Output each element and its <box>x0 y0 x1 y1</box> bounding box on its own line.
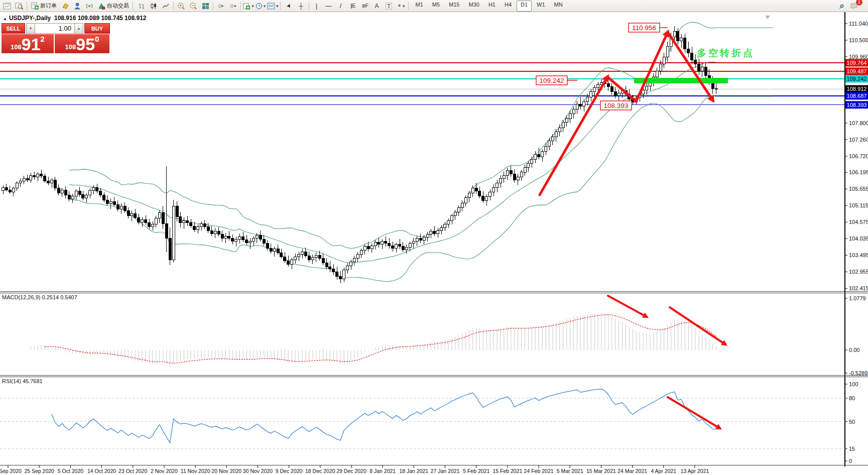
svg-text:108.393: 108.393 <box>604 102 629 109</box>
svg-text:9 Dec 2020: 9 Dec 2020 <box>276 468 303 474</box>
svg-text:15: 15 <box>849 446 855 452</box>
timeframe-group: M1M5M15M30H1H4D1W1MN <box>411 1 567 12</box>
svg-text:109.487: 109.487 <box>847 68 867 74</box>
collapse-panel-icon[interactable]: ▲ <box>3 17 7 21</box>
svg-text:5 Oct 2020: 5 Oct 2020 <box>58 468 84 474</box>
timeframe-button-w1[interactable]: W1 <box>533 1 549 12</box>
svg-text:18 Dec 2020: 18 Dec 2020 <box>305 468 335 474</box>
svg-text:18 Jan 2021: 18 Jan 2021 <box>399 468 428 474</box>
svg-text:106.720: 106.720 <box>849 153 868 159</box>
zoom-in-icon[interactable] <box>176 1 187 11</box>
templates-dropdown[interactable] <box>267 1 279 11</box>
timeframe-button-m15[interactable]: M15 <box>445 1 463 12</box>
zoom-out-icon[interactable] <box>188 1 199 11</box>
trendline-tool[interactable] <box>335 1 346 11</box>
svg-text:14 Oct 2020: 14 Oct 2020 <box>87 468 116 474</box>
indicators-dropdown[interactable] <box>243 1 254 11</box>
sell-button[interactable]: SELL <box>2 23 25 34</box>
bar-chart-mode-icon[interactable] <box>136 1 147 11</box>
one-click-trading-panel: SELL BUY 108912 108950 <box>2 23 110 53</box>
svg-text:108.687: 108.687 <box>847 93 867 99</box>
sell-price-sup: 2 <box>41 35 45 43</box>
svg-text:MACD(12,26,9) 0.2514 0.5407: MACD(12,26,9) 0.2514 0.5407 <box>2 294 77 300</box>
candle-mode-icon[interactable] <box>148 1 159 11</box>
svg-text:109.242: 109.242 <box>540 77 564 84</box>
svg-text:104.575: 104.575 <box>849 219 868 225</box>
svg-text:27 Jan 2021: 27 Jan 2021 <box>431 468 460 474</box>
svg-text:109.960: 109.960 <box>849 54 868 60</box>
timeframe-button-h4[interactable]: H4 <box>501 1 516 12</box>
timeframe-button-mn[interactable]: MN <box>550 1 567 12</box>
svg-text:107.260: 107.260 <box>849 137 868 143</box>
svg-text:109.242: 109.242 <box>847 76 867 82</box>
fibonacci-tool[interactable] <box>359 1 370 11</box>
tile-windows-icon[interactable] <box>200 1 211 11</box>
equidistant-channel-tool[interactable] <box>347 1 358 11</box>
auto-trading-button[interactable]: 自动交易 <box>96 1 131 11</box>
svg-text:100: 100 <box>849 381 858 387</box>
charts-window-icon[interactable] <box>2 1 13 11</box>
svg-text:24 Mar 2021: 24 Mar 2021 <box>617 468 647 474</box>
svg-text:0: 0 <box>849 458 852 464</box>
svg-text:109.764: 109.764 <box>847 60 867 66</box>
svg-text:30 Nov 2020: 30 Nov 2020 <box>243 468 273 474</box>
volume-input[interactable] <box>35 23 74 34</box>
text-tool[interactable] <box>371 1 383 11</box>
alerts-icon[interactable] <box>60 1 71 11</box>
svg-text:23 Oct 2020: 23 Oct 2020 <box>118 468 147 474</box>
buy-price-big: 95 <box>76 37 95 52</box>
chart-shift-icon[interactable] <box>227 1 238 11</box>
svg-text:105.115: 105.115 <box>849 202 868 208</box>
vertical-line-tool[interactable] <box>311 1 322 11</box>
auto-scroll-icon[interactable] <box>215 1 226 11</box>
timeframe-button-h1[interactable]: H1 <box>484 1 500 12</box>
chart-profile-icon[interactable] <box>14 1 25 11</box>
svg-text:108.912: 108.912 <box>847 86 867 92</box>
buy-price-prefix: 108 <box>65 44 76 50</box>
search-icon[interactable] <box>836 1 847 11</box>
svg-text:107.800: 107.800 <box>849 120 868 126</box>
svg-text:110.500: 110.500 <box>849 37 868 43</box>
svg-text:6 Sep 2020: 6 Sep 2020 <box>0 468 22 474</box>
svg-text:102.955: 102.955 <box>849 269 868 275</box>
timeframe-button-d1[interactable]: D1 <box>517 1 532 12</box>
buy-button[interactable]: BUY <box>84 23 110 34</box>
crosshair-tool[interactable] <box>296 1 307 11</box>
svg-text:15 Mar 2021: 15 Mar 2021 <box>586 468 616 474</box>
volume-decrease-button[interactable] <box>26 23 35 34</box>
price-chart[interactable]: 110.956109.242108.393多空转折点111.040110.500… <box>0 0 868 475</box>
notifications-icon[interactable]: 1 <box>848 1 859 11</box>
horizontal-line-tool[interactable] <box>323 1 334 11</box>
signals-icon[interactable] <box>84 1 95 11</box>
svg-text:5 Feb 2021: 5 Feb 2021 <box>463 468 489 474</box>
ohlc-values: 108.916 109.089 108.745 108.912 <box>54 15 147 22</box>
sell-price-button[interactable]: 108912 <box>2 34 54 53</box>
svg-text:13 Apr 2021: 13 Apr 2021 <box>681 468 709 474</box>
main-toolbar: 新订单 自动交易 <box>0 0 868 12</box>
svg-text:5 Mar 2021: 5 Mar 2021 <box>557 468 583 474</box>
timeframe-button-m5[interactable]: M5 <box>428 1 444 12</box>
buy-price-sup: 0 <box>95 35 99 43</box>
svg-text:4 Apr 2021: 4 Apr 2021 <box>651 468 676 474</box>
turning-point-annotation[interactable]: 多空转折点 <box>697 48 755 58</box>
timeframe-button-m1[interactable]: M1 <box>412 1 427 12</box>
line-mode-icon[interactable] <box>160 1 171 11</box>
low-price-label[interactable]: 108.393 <box>600 101 632 110</box>
support-highlight-bar[interactable] <box>634 78 728 83</box>
cursor-tool[interactable] <box>284 1 295 11</box>
svg-text:8 Jan 2021: 8 Jan 2021 <box>369 468 396 474</box>
buy-price-button[interactable]: 108950 <box>55 34 109 53</box>
shapes-dropdown[interactable] <box>396 1 407 11</box>
periods-dropdown[interactable] <box>255 1 266 11</box>
volume-spinner <box>26 23 83 34</box>
new-order-button[interactable]: 新订单 <box>29 1 59 11</box>
sell-price-prefix: 108 <box>11 44 22 50</box>
text-label-tool[interactable] <box>384 1 395 11</box>
svg-text:15 Feb 2021: 15 Feb 2021 <box>492 468 522 474</box>
community-icon[interactable] <box>72 1 83 11</box>
svg-text:108.393: 108.393 <box>847 102 867 108</box>
notification-badge: 1 <box>856 0 862 6</box>
timeframe-button-m30[interactable]: M30 <box>465 1 483 12</box>
volume-increase-button[interactable] <box>74 23 83 34</box>
svg-text:1.0779: 1.0779 <box>849 295 866 301</box>
